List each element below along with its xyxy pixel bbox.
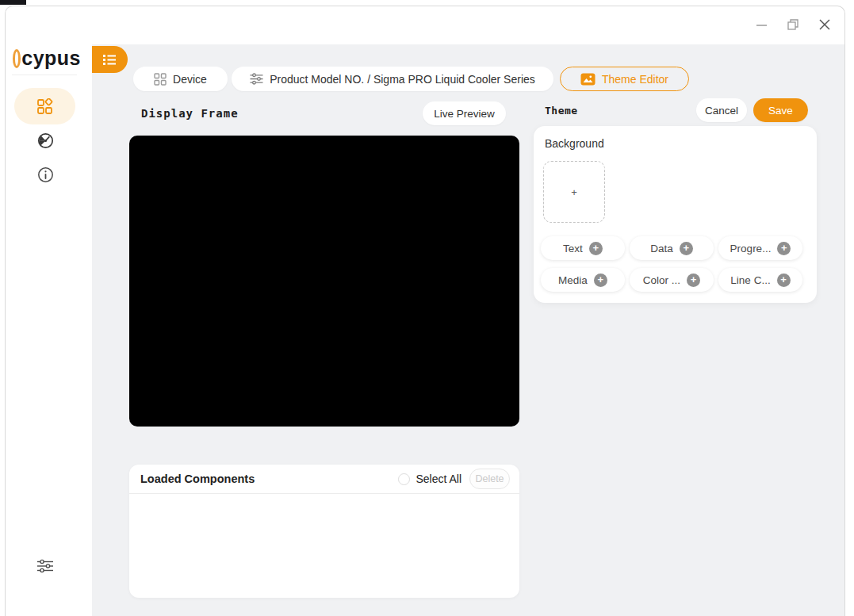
minimize-button[interactable] (751, 14, 772, 35)
plus-circle-icon: + (680, 242, 693, 255)
close-icon (819, 19, 830, 30)
loaded-components-title: Loaded Components (140, 473, 255, 485)
sliders-icon (36, 559, 54, 573)
add-data-component-button[interactable]: Data + (630, 236, 714, 260)
device-tab[interactable]: Device (133, 67, 228, 91)
collapse-sidebar-button[interactable] (92, 46, 128, 73)
info-icon (37, 166, 54, 183)
add-color-component-button[interactable]: Color ... + (630, 268, 714, 292)
logo-text: cypus (21, 48, 81, 68)
gauge-icon (37, 132, 54, 149)
close-button[interactable] (814, 14, 835, 35)
sidebar-divider (12, 75, 77, 75)
select-all-radio[interactable] (398, 473, 410, 485)
theme-editor-tab[interactable]: Theme Editor (560, 67, 689, 91)
select-all-label: Select All (416, 473, 461, 485)
grid-icon (154, 73, 167, 86)
component-label: Progre... (730, 243, 772, 254)
plus-circle-icon: + (777, 274, 791, 287)
save-button[interactable]: Save (753, 98, 808, 122)
window-controls (751, 14, 835, 35)
product-model-selector[interactable]: Product Model NO. / Sigma PRO Liquid Coo… (232, 67, 553, 91)
plus-circle-icon: + (594, 274, 607, 287)
image-icon (580, 73, 596, 86)
plus-icon: + (571, 186, 577, 198)
theme-panel-card: Background + Text + Data + Progre... + M… (534, 126, 817, 303)
restore-icon (787, 19, 798, 30)
plus-circle-icon: + (589, 242, 603, 255)
add-progress-component-button[interactable]: Progre... + (718, 236, 802, 260)
loaded-components-header: Loaded Components Select All Delete (129, 465, 519, 494)
dashboard-grid-icon (36, 98, 53, 115)
add-media-component-button[interactable]: Media + (541, 268, 625, 292)
sidebar-item-monitor[interactable] (36, 132, 54, 149)
add-line-component-button[interactable]: Line C... + (718, 268, 802, 292)
app-window: cypus (5, 6, 845, 616)
theme-panel-title: Theme (545, 105, 578, 117)
menu-list-icon (103, 54, 117, 66)
delete-button[interactable]: Delete (469, 469, 510, 489)
add-text-component-button[interactable]: Text + (541, 236, 625, 260)
device-tab-label: Device (173, 73, 207, 86)
delete-label: Delete (475, 473, 504, 484)
minimize-icon (756, 20, 767, 30)
sidebar-item-about[interactable] (36, 166, 54, 183)
maximize-button[interactable] (783, 14, 803, 35)
cancel-button[interactable]: Cancel (696, 98, 747, 122)
adjustments-icon (250, 73, 263, 85)
sidebar-item-settings[interactable] (36, 557, 54, 575)
component-label: Data (650, 243, 673, 254)
sidebar-item-dashboard[interactable] (14, 88, 75, 124)
plus-circle-icon: + (687, 274, 700, 287)
component-label: Media (558, 274, 588, 286)
component-label: Text (563, 243, 583, 254)
live-preview-label: Live Preview (434, 108, 495, 120)
logo-o-ring-icon (13, 49, 21, 68)
live-preview-button[interactable]: Live Preview (423, 101, 506, 125)
display-frame-title: Display Frame (141, 107, 239, 120)
theme-editor-label: Theme Editor (602, 73, 668, 86)
background-section-label: Background (545, 137, 604, 150)
cancel-label: Cancel (705, 105, 738, 117)
app-logo: cypus (13, 43, 81, 75)
display-frame-canvas[interactable] (129, 136, 519, 427)
add-background-button[interactable]: + (543, 161, 605, 223)
background-window-edge (0, 0, 26, 5)
save-label: Save (768, 105, 793, 117)
plus-circle-icon: + (777, 242, 791, 255)
loaded-components-panel: Loaded Components Select All Delete (129, 465, 519, 598)
product-model-label: Product Model NO. / Sigma PRO Liquid Coo… (270, 73, 535, 86)
component-label: Line C... (730, 274, 770, 286)
component-label: Color ... (643, 274, 680, 286)
